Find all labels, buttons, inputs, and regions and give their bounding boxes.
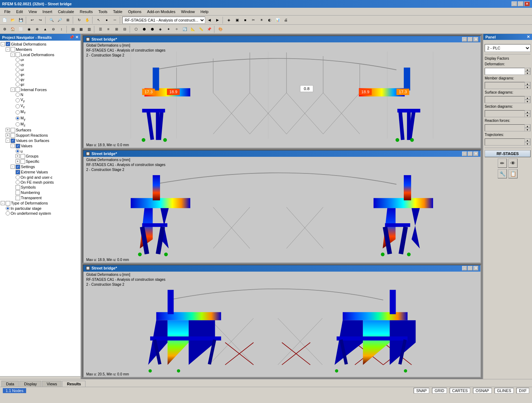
tree-u[interactable]: u: [1, 149, 80, 154]
member-diagrams-input[interactable]: [485, 83, 525, 88]
tb-fit[interactable]: ⊞: [64, 16, 72, 24]
radio-Vy[interactable]: [16, 98, 20, 102]
toggle-members[interactable]: -: [6, 47, 10, 52]
md-spin-up[interactable]: ▲: [525, 82, 530, 85]
check-values[interactable]: ✓: [16, 144, 20, 148]
check-values-surf[interactable]: ✓: [11, 138, 15, 143]
status-glines[interactable]: GLINES: [495, 388, 514, 393]
tree-undeformed[interactable]: On undeformed system: [1, 211, 80, 216]
tree-specific[interactable]: + Specific: [1, 159, 80, 164]
panel-tool1-icon[interactable]: 🔧: [498, 169, 507, 178]
analysis-combo[interactable]: RF-STAGES CA1 - Analysis of constructi..…: [122, 17, 205, 24]
radio-in-particular[interactable]: [6, 206, 10, 211]
tree-values-on-surfaces[interactable]: - ✓ Values on Surfaces: [1, 138, 80, 143]
tree-global-deformations[interactable]: - ✓ Global Deformations: [1, 41, 80, 47]
panel-tool2-icon[interactable]: 📋: [508, 169, 518, 178]
status-snap[interactable]: SNAP: [414, 388, 429, 393]
tree-in-particular[interactable]: In particular stage: [1, 206, 80, 211]
tb-results[interactable]: 📊: [274, 16, 282, 24]
tb2-q[interactable]: ⬢: [140, 25, 148, 33]
radio-Vz[interactable]: [16, 104, 20, 108]
radio-phix[interactable]: [16, 72, 20, 77]
check-global-def[interactable]: ✓: [6, 42, 10, 46]
surface-diagrams-spinbox[interactable]: ▲ ▼: [485, 96, 531, 103]
tree-symbols[interactable]: Symbols: [1, 185, 80, 190]
tb2-a[interactable]: ⚙: [1, 25, 8, 33]
nav-close[interactable]: ✕: [75, 35, 78, 40]
tb2-d[interactable]: ◉: [25, 25, 33, 33]
toggle-specific[interactable]: +: [16, 159, 20, 164]
rf-spin-up[interactable]: ▲: [525, 124, 530, 128]
tree-Mz[interactable]: Mz: [1, 122, 80, 128]
tree-on-fe-mesh[interactable]: On FE mesh points: [1, 180, 80, 185]
tb-prev[interactable]: ◀: [206, 16, 213, 24]
tree-type-deformations[interactable]: - Type of Deformations: [1, 201, 80, 206]
tb2-s[interactable]: ◈: [156, 25, 164, 33]
tb-wire[interactable]: ▣: [233, 16, 241, 24]
radio-My[interactable]: [16, 116, 20, 120]
tb2-w[interactable]: 📐: [189, 25, 197, 33]
radio-ux[interactable]: [16, 58, 20, 62]
tb-rotate[interactable]: ↻: [75, 16, 83, 24]
tb2-o[interactable]: ⊟: [121, 25, 129, 33]
status-dxf[interactable]: DXF: [516, 388, 529, 393]
tree-values[interactable]: - ✓ Values: [1, 143, 80, 149]
menu-tools[interactable]: Tools: [95, 9, 110, 14]
tb2-j[interactable]: ▦: [77, 25, 85, 33]
deformation-spinbox[interactable]: 155 ▲ ▼: [485, 68, 531, 75]
panel-close[interactable]: ✕: [527, 35, 530, 39]
check-members[interactable]: [11, 47, 15, 52]
toggle-surfaces[interactable]: +: [6, 128, 10, 132]
tree-phiy[interactable]: φy: [1, 77, 80, 82]
radio-uy[interactable]: [16, 63, 20, 67]
tb-clip[interactable]: ✂: [249, 16, 257, 24]
menu-options[interactable]: Options: [125, 9, 144, 14]
check-support[interactable]: [11, 133, 15, 138]
vp3-close[interactable]: ✕: [473, 266, 478, 271]
tb-select[interactable]: ↖: [95, 16, 102, 24]
tree-local-def[interactable]: - Local Deformations: [1, 52, 80, 57]
tree-surfaces[interactable]: + Surfaces: [1, 128, 80, 133]
tb2-u[interactable]: ✧: [173, 25, 181, 33]
toggle-values[interactable]: -: [11, 144, 15, 148]
check-transparent[interactable]: [16, 196, 20, 200]
trajectories-input[interactable]: [485, 140, 525, 144]
tb-zoom-out[interactable]: 🔎: [56, 16, 64, 24]
sd-spin-down[interactable]: ▼: [525, 100, 530, 103]
vp1-maximize[interactable]: □: [468, 37, 473, 42]
check-internal-forces[interactable]: [16, 87, 20, 92]
tb2-i[interactable]: ▤: [69, 25, 77, 33]
toggle-local-def[interactable]: -: [11, 53, 15, 57]
tb-render[interactable]: ◈: [225, 16, 233, 24]
radio-MT[interactable]: [16, 110, 20, 114]
sec-spin-down[interactable]: ▼: [525, 114, 530, 117]
section-diagrams-input[interactable]: [485, 112, 525, 116]
tb2-n[interactable]: ⊞: [113, 25, 120, 33]
tb2-v[interactable]: 🔄: [181, 25, 189, 33]
tb-member[interactable]: ─: [111, 16, 119, 24]
radio-on-fe-mesh[interactable]: [16, 180, 20, 184]
check-settings[interactable]: ✓: [16, 165, 20, 169]
toggle-global-def[interactable]: -: [1, 42, 5, 46]
tb-solid[interactable]: ■: [241, 16, 249, 24]
sec-spin-up[interactable]: ▲: [525, 110, 530, 114]
rf-stages-button[interactable]: RF-STAGES: [485, 150, 531, 157]
toggle-type-def[interactable]: -: [1, 201, 5, 205]
vp3-maximize[interactable]: □: [468, 266, 473, 271]
sd-spin-up[interactable]: ▲: [525, 96, 530, 100]
vp1-close[interactable]: ✕: [473, 37, 478, 42]
check-specific[interactable]: [20, 159, 25, 164]
toggle-internal-forces[interactable]: -: [11, 88, 15, 92]
vp1-minimize[interactable]: ─: [462, 37, 467, 42]
tree-phiz[interactable]: φz: [1, 82, 80, 87]
deformation-input[interactable]: 155: [485, 69, 525, 73]
member-diagrams-spinbox[interactable]: ▲ ▼: [485, 82, 531, 89]
check-local-def[interactable]: [16, 52, 20, 57]
check-symbols[interactable]: [16, 185, 20, 190]
spin-up[interactable]: ▲: [525, 68, 530, 71]
tb2-t[interactable]: ✦: [165, 25, 172, 33]
tree-phix[interactable]: φx: [1, 72, 80, 77]
tree-transparent[interactable]: Transparent: [1, 195, 80, 201]
tb-open[interactable]: 📂: [9, 16, 17, 24]
panel-view-icon[interactable]: 👁: [508, 159, 518, 168]
